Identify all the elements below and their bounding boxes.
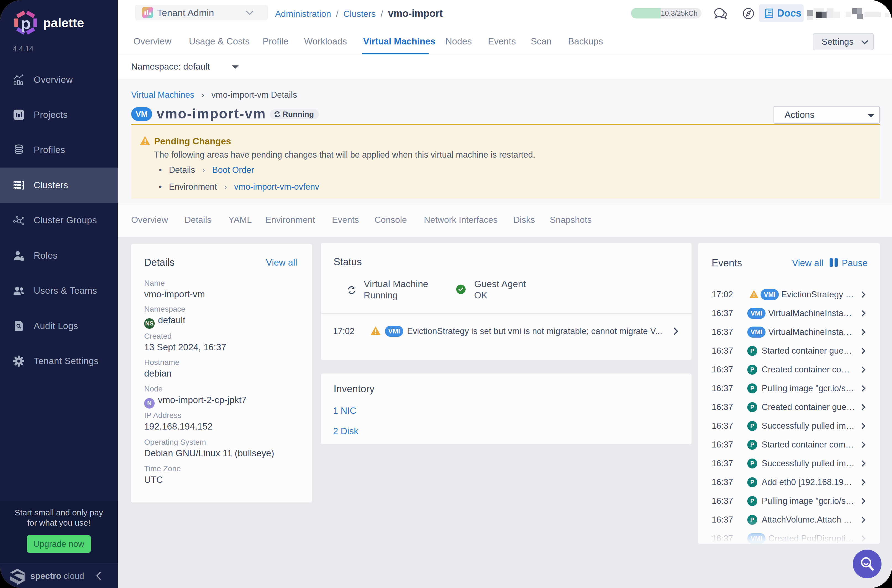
svg-text:p: p <box>21 14 31 33</box>
